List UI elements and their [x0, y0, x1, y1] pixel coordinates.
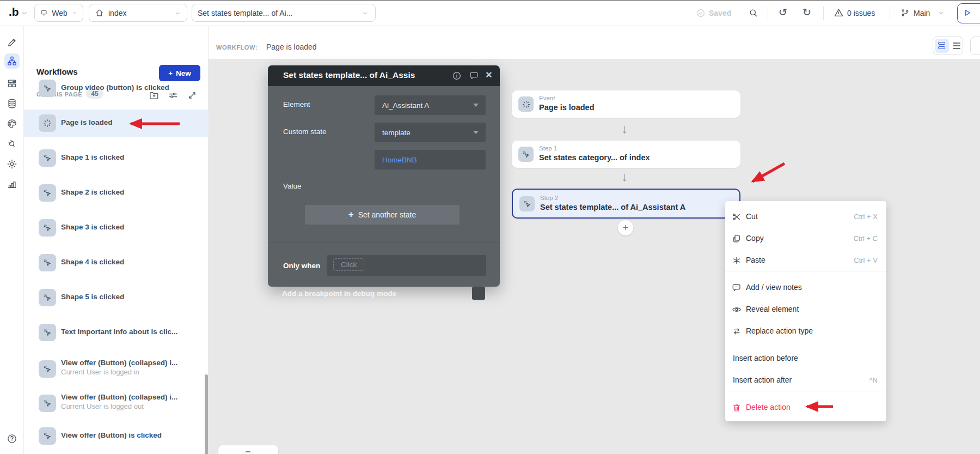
card-view-icon — [938, 42, 945, 45]
workflow-list-item[interactable]: Shape 2 is clicked — [24, 179, 209, 207]
workflow-list-item[interactable]: Page is loaded — [24, 110, 209, 137]
database-icon[interactable] — [4, 96, 20, 111]
dropdown-arrow-icon — [473, 104, 479, 107]
context-menu: CutCtrl + XCopyCtrl + CPasteCtrl + VAdd … — [725, 201, 886, 421]
saved-check-circle-icon — [696, 8, 706, 18]
environment-selector[interactable]: Web — [34, 4, 83, 22]
node-title: Page is loaded — [539, 103, 595, 112]
bubble-logo[interactable]: .b — [9, 5, 19, 19]
branch-chevron-down-icon[interactable] — [938, 9, 945, 16]
workflow-list-item[interactable]: View offer (Button) (collapsed) i...Curr… — [24, 388, 209, 419]
node-title: Set states category... of index — [539, 153, 650, 162]
menu-divider — [725, 342, 886, 342]
click-icon — [39, 360, 56, 378]
menu-item-paste[interactable]: PasteCtrl + V — [725, 250, 886, 271]
reusable-components-icon[interactable] — [4, 76, 20, 91]
play-icon — [962, 8, 972, 18]
page-selector[interactable]: index — [89, 4, 187, 22]
workflow-list-item[interactable]: Shape 3 is clicked — [24, 214, 209, 241]
menu-item-label: Replace action type — [746, 326, 813, 335]
menu-item-reveal-element[interactable]: Reveal element — [725, 299, 886, 320]
node-kind-label: Step 1 — [539, 145, 557, 152]
home-icon — [95, 8, 104, 17]
workflow-node-step-2[interactable]: Step 2Set states template... of Ai_Assis… — [512, 189, 740, 219]
dialog-header[interactable]: Set states template... of Ai_Assis × — [268, 65, 500, 86]
workflow-tree-icon[interactable] — [4, 53, 20, 69]
custom-state-dropdown[interactable]: template — [375, 123, 486, 142]
workflow-list-item[interactable]: Shape 1 is clicked — [24, 144, 209, 172]
bubble-editor: .b Web index Set states template... of A… — [0, 0, 980, 454]
close-icon[interactable]: × — [486, 69, 492, 81]
menu-item-replace-action-type[interactable]: Replace action type — [725, 320, 886, 342]
menu-item-copy[interactable]: CopyCtrl + C — [725, 228, 886, 250]
workflow-item-label: Group video (button) is clicked — [61, 83, 169, 92]
design-pencil-icon[interactable] — [4, 35, 20, 50]
menu-divider — [725, 391, 886, 391]
preview-play-button[interactable] — [957, 3, 980, 23]
issues-count[interactable]: 0 issues — [847, 9, 875, 17]
menu-item-label: Reveal element — [746, 305, 799, 313]
element-dropdown[interactable]: Ai_Assistant A — [375, 95, 486, 115]
breakpoint-label: Add a breakpoint in debug mode — [282, 289, 396, 298]
menu-item-delete-action[interactable]: Delete action — [725, 397, 886, 419]
workflow-list-item[interactable]: Shape 4 is clicked — [24, 249, 209, 276]
plus-icon: + — [348, 209, 354, 220]
copy-icon — [732, 234, 742, 244]
click-icon — [39, 184, 56, 202]
undo-icon[interactable]: ↺ — [779, 6, 787, 19]
help-icon[interactable] — [4, 431, 20, 446]
workflow-list-item[interactable]: Group video (button) is clicked — [24, 75, 209, 102]
click-icon — [519, 196, 535, 211]
click-icon — [39, 254, 56, 271]
environment-label: Web — [52, 9, 68, 17]
eye-icon — [732, 305, 742, 314]
clipped-toolbar-button[interactable] — [970, 37, 980, 55]
menu-item-insert-action-after[interactable]: Insert action after^N — [725, 370, 886, 391]
element-dropdown-value: Ai_Assistant A — [382, 101, 429, 110]
branch-name[interactable]: Main — [914, 9, 930, 17]
dialog-section-divider — [268, 243, 500, 243]
dialog-body: Value Custom state Element Ai_Assistant … — [268, 86, 500, 287]
comment-icon[interactable] — [469, 71, 479, 81]
issues-warning-icon[interactable] — [834, 8, 844, 18]
workflow-item-label: Shape 2 is clicked — [61, 188, 124, 196]
workflow-list-item[interactable]: View offer (Button) (collapsed) i...Curr… — [24, 354, 209, 384]
menu-item-label: Insert action before — [733, 354, 798, 362]
click-icon — [39, 289, 56, 306]
logs-chart-icon[interactable] — [4, 177, 20, 192]
workflow-item-condition: Current User is logged out — [61, 402, 144, 410]
breakpoint-checkbox[interactable] — [472, 287, 485, 300]
add-action-button[interactable]: + — [618, 220, 633, 235]
value-field[interactable]: HomeBNB — [375, 150, 486, 170]
chevron-down-icon — [362, 10, 369, 17]
value-field-value: HomeBNB — [382, 156, 417, 164]
workflow-node-step-1[interactable]: Step 1Set states category... of index — [512, 141, 740, 168]
search-icon[interactable] — [748, 8, 758, 18]
workflow-list-item[interactable]: View offer (Button) is clicked — [24, 422, 209, 450]
workflow-list-item[interactable]: Shape 5 is clicked — [24, 284, 209, 311]
star-icon — [732, 256, 742, 265]
workflow-node-event[interactable]: EventPage is loaded — [512, 90, 740, 118]
set-another-state-button[interactable]: +Set another state — [305, 205, 460, 225]
canvas-zoom-pill[interactable] — [218, 445, 278, 454]
menu-item-label: Insert action after — [733, 376, 792, 384]
menu-item-insert-action-before[interactable]: Insert action before — [725, 348, 886, 370]
menu-item-shortcut: Ctrl + C — [854, 234, 878, 243]
card-view-toggle[interactable] — [935, 39, 949, 53]
workflow-list-item[interactable]: Text Important info about is clic... — [24, 319, 209, 346]
menu-item-cut[interactable]: CutCtrl + X — [725, 206, 886, 228]
toolbar-divider — [768, 7, 768, 20]
only-when-input[interactable]: Click — [327, 255, 486, 276]
styles-palette-icon[interactable] — [4, 116, 20, 131]
logo-chevron-down-icon[interactable] — [21, 9, 28, 17]
workflow-selector[interactable]: Set states template... of Ai... — [192, 4, 376, 22]
chevron-down-icon — [72, 9, 77, 16]
list-view-toggle[interactable] — [951, 39, 962, 53]
chevron-down-icon — [174, 10, 181, 17]
info-icon[interactable] — [452, 71, 462, 81]
menu-item-add-view-notes[interactable]: Add / view notes — [725, 277, 886, 299]
redo-icon[interactable]: ↻ — [803, 6, 811, 19]
settings-gear-icon[interactable] — [4, 156, 20, 172]
page-load-icon — [518, 96, 534, 112]
plugins-icon[interactable] — [4, 136, 20, 152]
